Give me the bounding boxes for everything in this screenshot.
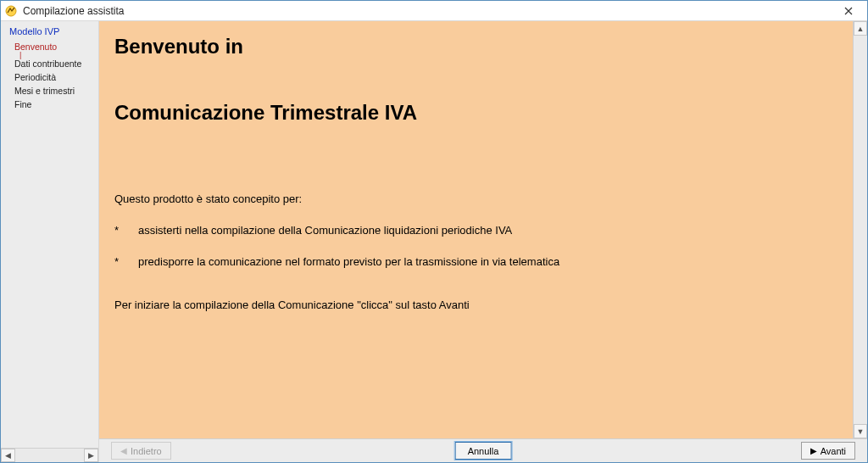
triangle-left-icon: ◀ (120, 447, 127, 455)
bullet-1-text: assisterti nella compilazione della Comu… (138, 224, 512, 237)
window-body: Modello IVP Benvenuto | Dati contribuent… (1, 21, 867, 462)
final-instruction: Per iniziare la compilazione della Comun… (114, 298, 837, 311)
nav-item-mesi-trimestri[interactable]: Mesi e trimestri (1, 84, 98, 98)
app-icon (4, 4, 18, 18)
bullet-2-text: predisporre la comunicazione nel formato… (138, 255, 559, 268)
triangle-right-icon: ▶ (810, 447, 817, 455)
cancel-label: Annulla (468, 446, 499, 456)
next-label: Avanti (821, 446, 846, 456)
content-vertical-scrollbar[interactable]: ▲ ▼ (853, 21, 867, 438)
navigation-sidebar: Modello IVP Benvenuto | Dati contribuent… (1, 21, 98, 448)
cancel-button[interactable]: Annulla (455, 442, 512, 460)
bullet-1: * assisterti nella compilazione della Co… (114, 224, 837, 237)
content-scroll-area: Benvenuto in Comunicazione Trimestrale I… (99, 21, 867, 438)
next-button[interactable]: ▶ Avanti (801, 442, 855, 460)
back-label: Indietro (131, 446, 162, 456)
scroll-left-icon[interactable]: ◀ (1, 449, 15, 462)
bullet-2: * predisporre la comunicazione nel forma… (114, 255, 837, 268)
nav-item-dati-contribuente[interactable]: Dati contribuente (1, 57, 98, 70)
scroll-down-icon[interactable]: ▼ (854, 424, 867, 438)
close-button[interactable] (830, 1, 867, 20)
bullet-marker: * (114, 224, 138, 237)
nav-header: Modello IVP (1, 25, 98, 40)
scroll-track[interactable] (854, 36, 867, 424)
page-heading-2: Comunicazione Trimestrale IVA (114, 101, 837, 125)
nav-item-fine[interactable]: Fine (1, 98, 98, 111)
sidebar-container: Modello IVP Benvenuto | Dati contribuent… (1, 21, 99, 462)
page-heading-1: Benvenuto in (114, 35, 837, 59)
window-root: Compilazione assistita Modello IVP Benve… (0, 0, 868, 463)
window-title: Compilazione assistita (23, 5, 124, 17)
nav-item-periodicita[interactable]: Periodicità (1, 70, 98, 84)
scroll-track[interactable] (15, 449, 84, 462)
sidebar-horizontal-scrollbar[interactable]: ◀ ▶ (1, 448, 98, 462)
bullet-marker: * (114, 255, 138, 268)
wizard-content: Benvenuto in Comunicazione Trimestrale I… (99, 21, 853, 438)
scroll-up-icon[interactable]: ▲ (854, 21, 867, 36)
nav-item-benvenuto[interactable]: Benvenuto (1, 40, 98, 53)
wizard-footer: ◀ Indietro Annulla ▶ Avanti (99, 438, 867, 462)
scroll-right-icon[interactable]: ▶ (84, 449, 98, 462)
back-button: ◀ Indietro (111, 442, 171, 460)
title-bar: Compilazione assistita (1, 1, 867, 21)
intro-text: Questo prodotto è stato concepito per: (114, 192, 837, 205)
main-panel: Benvenuto in Comunicazione Trimestrale I… (99, 21, 867, 462)
svg-point-0 (6, 6, 16, 16)
